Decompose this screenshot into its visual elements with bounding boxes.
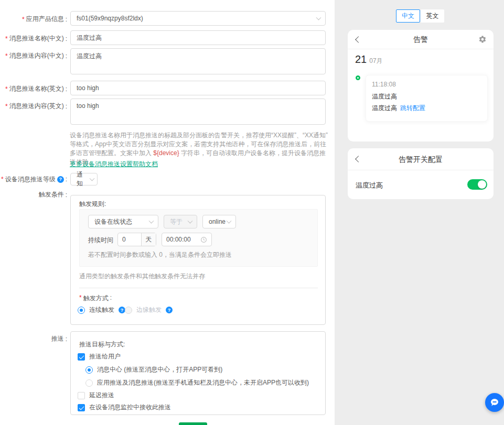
- trigger-condition-box: 触发规则: 设备在线状态 等于 online 持续时间 0 天 00:00:00: [70, 195, 326, 325]
- required-mark: *: [5, 35, 8, 42]
- required-mark: *: [1, 176, 4, 183]
- alarm-date-day: 21: [355, 53, 367, 66]
- alarm-preview-card: 告警 21 07月 11:18:08 温度过高 温度过高 跳转配置: [348, 30, 494, 141]
- trigger-mode-label: * 触发方式:: [79, 294, 112, 303]
- checkbox-unchecked-icon[interactable]: [78, 392, 85, 399]
- push-name-en-label: * 消息推送名称(英文):: [0, 84, 67, 93]
- checkbox-checked-icon[interactable]: [78, 353, 85, 361]
- push-content-cn-textarea[interactable]: 温度过高: [70, 48, 326, 74]
- value-select[interactable]: online: [202, 215, 236, 228]
- push-option-user[interactable]: 推送给用户: [78, 352, 121, 361]
- push-option-message-center[interactable]: 消息中心 (推送至消息中心，打开APP可看到): [85, 365, 222, 374]
- gear-icon[interactable]: [478, 35, 487, 43]
- tab-chinese[interactable]: 中文: [396, 9, 420, 23]
- checkbox-checked-icon[interactable]: [78, 404, 85, 411]
- trigger-hint: 若不配置时间参数或输入 0，当满足条件会立即推送: [88, 250, 232, 259]
- switch-card-title: 告警开关配置: [348, 148, 494, 170]
- trigger-rule-title: 触发规则:: [79, 200, 106, 209]
- help-doc-link[interactable]: 更多设备消息推送设置帮助文档: [70, 160, 158, 169]
- push-target-title: 推送目标与方式:: [79, 340, 125, 349]
- duration-unit: 天: [141, 233, 156, 246]
- chevron-down-icon: [149, 219, 154, 224]
- clock-icon: [200, 236, 207, 243]
- push-option-monitor[interactable]: 在设备消息监控中接收此推送: [78, 403, 171, 412]
- alarm-card-header: 告警: [348, 30, 494, 49]
- push-name-cn-input[interactable]: [70, 30, 326, 45]
- push-level-value: 通知: [77, 170, 88, 188]
- alert-content: 温度过高: [372, 104, 397, 113]
- trigger-mode-option-edge: 边缘触发 ?: [125, 306, 173, 314]
- radio-unselected-icon[interactable]: [85, 379, 93, 387]
- jump-config-link[interactable]: 跳转配置: [400, 104, 425, 113]
- push-box: 推送目标与方式: 推送给用户 消息中心 (推送至消息中心，打开APP可看到) 应…: [70, 331, 326, 415]
- chevron-down-icon: [90, 176, 95, 181]
- alarm-date-month: 07月: [369, 57, 382, 66]
- product-select[interactable]: fs01(59x9nqzpy8sf2ldx): [70, 11, 326, 26]
- switch-row-label: 温度过高: [356, 181, 383, 190]
- push-name-en-input[interactable]: [70, 81, 326, 95]
- product-select-value: fs01(59x9nqzpy8sf2ldx): [77, 15, 143, 22]
- radio-selected-icon[interactable]: [78, 307, 85, 314]
- operator-select: 等于: [164, 215, 197, 228]
- tab-english[interactable]: 英文: [421, 9, 444, 23]
- required-mark: *: [5, 52, 8, 60]
- alarm-toggle-on[interactable]: [467, 179, 487, 190]
- push-level-label: * 设备消息推送等级 ? :: [0, 173, 67, 186]
- push-content-en-label: * 消息推送内容(英文):: [0, 102, 67, 111]
- question-circle-icon[interactable]: ?: [57, 176, 64, 183]
- alert-content-row: 温度过高 跳转配置: [372, 104, 425, 113]
- device-token: ${device}: [153, 149, 179, 157]
- trigger-condition-label: 触发条件:: [0, 190, 67, 199]
- required-mark: *: [79, 294, 82, 303]
- time-input[interactable]: 00:00:00: [162, 233, 212, 246]
- switch-card-header: 告警开关配置: [348, 148, 494, 170]
- chevron-down-icon: [227, 219, 232, 224]
- alert-title: 温度过高: [372, 92, 397, 101]
- trigger-mode-option-continuous[interactable]: 连续触发 ?: [78, 306, 125, 314]
- message-push-config-page: * 应用产品信息: fs01(59x9nqzpy8sf2ldx) * 消息推送名…: [0, 0, 504, 425]
- chat-bubble-icon: [489, 397, 500, 408]
- chevron-down-icon: [316, 15, 321, 20]
- question-circle-icon[interactable]: ?: [166, 307, 173, 313]
- chat-support-button[interactable]: [485, 393, 504, 412]
- push-name-cn-label: * 消息推送名称(中文):: [0, 34, 67, 43]
- duration-label: 持续时间: [88, 236, 113, 245]
- trigger-note: 通用类型的触发条件和其他触发条件无法并存: [79, 272, 205, 281]
- required-mark: *: [5, 103, 8, 110]
- push-option-delay[interactable]: 延迟推送: [78, 391, 114, 400]
- push-section-label: 推送:: [0, 334, 67, 343]
- alert-status-dot: [356, 75, 360, 80]
- radio-selected-icon[interactable]: [85, 366, 93, 374]
- condition-select[interactable]: 设备在线状态: [88, 215, 158, 228]
- required-mark: *: [22, 16, 25, 23]
- radio-disabled-icon: [125, 307, 132, 314]
- required-mark: *: [5, 85, 8, 93]
- push-option-app-push[interactable]: 应用推送及消息推送(推送至手机通知栏及消息中心，未开启APP也可以收到): [85, 378, 309, 387]
- trigger-rule-panel: 设备在线状态 等于 online 持续时间 0 天 00:00:00 若不配置时…: [79, 209, 318, 267]
- alarm-card-title: 告警: [348, 30, 494, 49]
- push-content-cn-label: * 消息推送内容(中文):: [0, 51, 67, 60]
- product-info-label: * 应用产品信息:: [0, 15, 67, 24]
- alarm-switch-card: 告警开关配置 温度过高: [348, 148, 494, 199]
- alert-time: 11:18:08: [372, 81, 396, 88]
- push-content-en-textarea[interactable]: too high: [70, 99, 326, 125]
- duration-input[interactable]: 0: [118, 233, 141, 246]
- chevron-down-icon: [188, 219, 193, 224]
- save-button[interactable]: [179, 422, 207, 425]
- alert-message-card: 11:18:08 温度过高 温度过高 跳转配置: [366, 75, 488, 122]
- duration-input-group: 0 天: [117, 233, 156, 246]
- divider: [79, 288, 318, 288]
- push-level-select[interactable]: 通知: [70, 173, 98, 186]
- alarm-date: 21 07月: [355, 53, 383, 66]
